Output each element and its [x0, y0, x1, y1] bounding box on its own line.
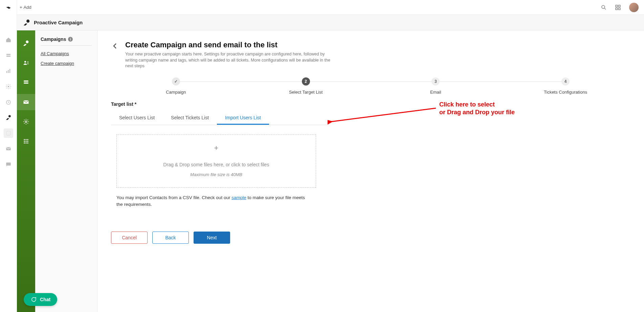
back-arrow-icon[interactable] [111, 42, 119, 50]
topbar: + Add [0, 0, 644, 15]
svg-rect-8 [6, 71, 7, 73]
rail-analytics-icon[interactable] [4, 66, 13, 76]
chat-widget[interactable]: Chat [24, 293, 57, 306]
svg-rect-20 [24, 80, 28, 81]
svg-point-13 [8, 115, 11, 118]
next-button[interactable]: Next [194, 232, 230, 244]
file-dropzone[interactable]: + Drag & Drop some files here, or click … [116, 135, 316, 188]
apps-grid-icon[interactable] [615, 4, 621, 10]
avatar[interactable] [629, 3, 639, 12]
svg-point-11 [7, 86, 9, 88]
tab-import-users[interactable]: Import Users List [217, 112, 269, 125]
breadcrumb: Proactive Campaign [17, 15, 644, 30]
dropzone-text: Drag & Drop some files here, or click to… [124, 162, 309, 167]
svg-point-24 [24, 139, 25, 140]
step-label: Select Target List [289, 90, 323, 95]
svg-rect-6 [6, 54, 10, 55]
svg-rect-5 [619, 8, 620, 9]
nav-all-campaigns[interactable]: All Campaigns [41, 51, 92, 56]
nav-panel-title: Campaigns [41, 37, 66, 42]
module-campaigns-icon[interactable] [17, 35, 35, 51]
step-target-list[interactable]: 2 Select Target List [241, 77, 371, 95]
info-icon[interactable]: i [68, 37, 73, 42]
module-lists-icon[interactable] [17, 74, 35, 91]
rail-settings-icon[interactable] [4, 82, 13, 91]
step-badge: 3 [431, 77, 440, 86]
import-note-prefix: You may import Contacts from a CSV file.… [116, 195, 231, 200]
chat-label: Chat [40, 297, 50, 302]
step-badge: 4 [561, 77, 570, 86]
step-campaign[interactable]: ✓ Campaign [111, 77, 241, 95]
dropzone-subtext: Maximum file size is 40MB [124, 172, 309, 177]
module-contacts-icon[interactable] [17, 55, 35, 71]
plus-icon: + [20, 5, 22, 10]
add-button[interactable]: + Add [20, 5, 31, 10]
module-apps-icon[interactable] [17, 133, 35, 149]
svg-rect-21 [24, 82, 28, 83]
main-content: Create Campaign and send email to the li… [97, 30, 644, 312]
svg-rect-3 [619, 5, 620, 7]
campaign-icon [23, 19, 30, 26]
rail-chat-icon[interactable] [4, 160, 13, 169]
target-tabs: Select Users List Select Tickets List Im… [111, 112, 329, 125]
wizard-stepper: ✓ Campaign 2 Select Target List 3 Email … [111, 77, 630, 95]
import-note: You may import Contacts from a CSV file.… [116, 194, 306, 208]
plus-icon: + [124, 144, 309, 152]
svg-rect-22 [24, 100, 29, 104]
svg-rect-4 [616, 8, 617, 9]
svg-point-17 [26, 19, 29, 22]
svg-rect-7 [6, 56, 10, 57]
tab-select-users[interactable]: Select Users List [111, 112, 163, 125]
svg-rect-15 [6, 147, 11, 150]
svg-rect-9 [8, 70, 8, 73]
step-email[interactable]: 3 Email [371, 77, 501, 95]
svg-point-25 [25, 139, 26, 140]
svg-line-34 [331, 108, 436, 122]
svg-point-23 [25, 121, 27, 123]
tab-select-tickets[interactable]: Select Tickets List [163, 112, 217, 125]
target-list-label: Target list * [111, 101, 630, 107]
step-badge: 2 [302, 77, 310, 86]
svg-point-31 [25, 142, 26, 143]
svg-rect-10 [9, 69, 10, 73]
step-label: Campaign [166, 90, 186, 95]
nav-create-campaign[interactable]: Create campaign [41, 61, 92, 66]
cancel-button[interactable]: Cancel [111, 232, 148, 244]
chat-bubble-icon [30, 296, 37, 303]
svg-rect-14 [6, 131, 10, 135]
rail-inbox-icon[interactable] [4, 51, 13, 60]
svg-point-28 [25, 141, 26, 142]
sample-link[interactable]: sample [231, 195, 246, 200]
module-settings-icon[interactable] [17, 114, 35, 130]
rail-mail-icon[interactable] [4, 144, 13, 153]
wizard-buttons: Cancel Back Next [111, 232, 630, 244]
step-badge: ✓ [172, 77, 180, 86]
module-email-icon[interactable] [17, 94, 35, 110]
step-label: Email [430, 90, 441, 95]
rail-campaigns-icon[interactable] [4, 113, 13, 122]
svg-point-18 [26, 41, 28, 43]
svg-rect-16 [6, 163, 11, 166]
step-label: Tickets Configurations [544, 90, 587, 95]
rail-home-icon[interactable] [4, 35, 13, 45]
left-rail [0, 0, 17, 312]
step-tickets-config[interactable]: 4 Tickets Configurations [501, 77, 630, 95]
back-button[interactable]: Back [152, 232, 189, 244]
rail-timer-icon[interactable] [4, 97, 13, 107]
logo-icon [5, 4, 12, 15]
nav-panel: Campaigns i All Campaigns Create campaig… [35, 30, 97, 312]
search-icon[interactable] [601, 4, 607, 10]
annotation-line2: or Drag and Drop your file [439, 109, 515, 116]
page-title: Create Campaign and send email to the li… [125, 41, 332, 49]
svg-point-26 [27, 139, 28, 140]
svg-point-29 [27, 141, 28, 142]
rail-placeholder-icon[interactable] [4, 128, 13, 138]
module-sidebar [17, 30, 35, 312]
svg-point-19 [24, 61, 26, 63]
svg-point-32 [27, 142, 28, 143]
svg-rect-2 [616, 5, 617, 7]
page-subtitle: Your new proactive campaign starts here.… [125, 51, 332, 69]
svg-line-1 [604, 8, 606, 9]
svg-point-30 [24, 142, 25, 143]
svg-point-27 [24, 141, 25, 142]
